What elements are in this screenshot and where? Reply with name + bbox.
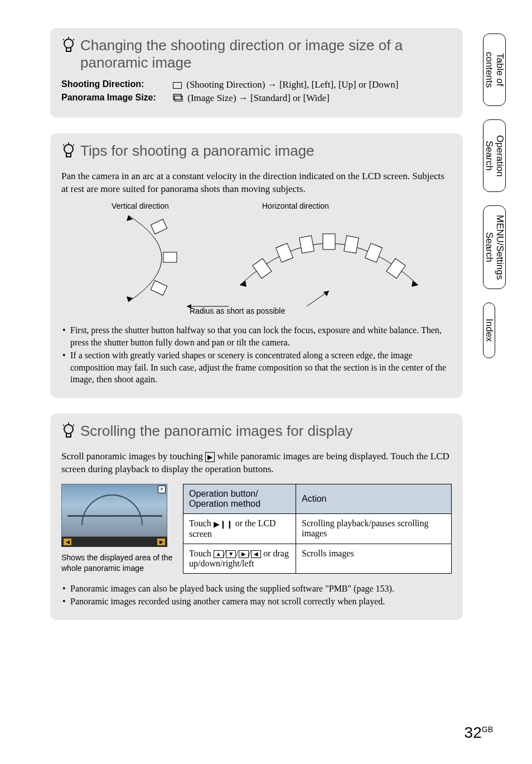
table-cell-method-2: Touch ▲/▼/▶/◀ or drag up/down/right/left	[183, 544, 296, 573]
section-title-text-2: Tips for shooting a panoramic image	[80, 142, 315, 160]
svg-marker-15	[240, 281, 246, 287]
arrow-left-key: ◀	[251, 550, 261, 558]
panorama-diagram: Vertical direction Horizontal direction …	[61, 201, 452, 319]
svg-rect-21	[344, 236, 359, 253]
page-number: 32GB	[465, 724, 493, 742]
svg-marker-25	[187, 304, 191, 309]
svg-rect-22	[365, 243, 383, 262]
tab-table-of-contents[interactable]: Table of contents	[483, 33, 506, 106]
svg-point-0	[64, 39, 73, 48]
size-icon	[173, 93, 183, 104]
scroll-right-button[interactable]: ▶	[157, 539, 165, 545]
section-tips: Tips for shooting a panoramic image Pan …	[50, 133, 463, 398]
arrow-down-key: ▼	[226, 550, 236, 558]
svg-line-9	[73, 145, 74, 146]
section-title-1: Changing the shooting direction or image…	[61, 37, 452, 71]
section-title-3: Scrolling the panoramic images for displ…	[61, 422, 452, 443]
close-icon[interactable]: ×	[158, 486, 166, 493]
direction-icon	[173, 82, 182, 89]
panorama-size-value: (Image Size) → [Standard] or [Wide]	[173, 93, 330, 104]
setting-row-direction: Shooting Direction: (Shooting Direction)…	[61, 79, 452, 90]
tips-bullet-1: First, press the shutter button halfway …	[61, 324, 452, 348]
thumbnail-caption: Shows the displayed area of the whole pa…	[61, 552, 173, 574]
scroll-intro: Scroll panoramic images by touching ▶ wh…	[61, 450, 452, 476]
svg-rect-13	[163, 252, 177, 262]
tip-icon	[61, 422, 77, 443]
tip-icon	[61, 37, 77, 57]
setting-row-size: Panorama Image Size: (Image Size) → [Sta…	[61, 93, 452, 104]
svg-point-28	[64, 425, 73, 434]
svg-line-31	[73, 425, 74, 426]
svg-rect-14	[151, 281, 167, 295]
arrow-right-icon: →	[239, 93, 248, 104]
tip-icon	[61, 142, 77, 162]
play-icon: ▶	[205, 452, 215, 462]
table-cell-action-1: Scrolling playback/pauses scrolling imag…	[296, 513, 452, 544]
section-scrolling: Scrolling the panoramic images for displ…	[50, 414, 463, 620]
scroll-bullet-1: Panoramic images can also be played back…	[61, 583, 452, 595]
panorama-thumbnail: × ◀ ▶ Shows the displayed area of the wh…	[61, 484, 173, 574]
side-navigation: Table of contents Operation Search MENU/…	[483, 33, 523, 372]
shooting-direction-value: (Shooting Direction) → [Right], [Left], …	[173, 79, 398, 90]
play-pause-icon: ▶❙❙	[214, 520, 233, 529]
table-row: Touch ▶❙❙ or the LCD screen Scrolling pl…	[183, 513, 452, 544]
svg-marker-27	[323, 291, 329, 296]
table-header-method: Operation button/ Operation method	[183, 484, 296, 513]
arrow-up-key: ▲	[214, 550, 224, 558]
scroll-left-button[interactable]: ◀	[64, 539, 71, 545]
tab-menu-settings-search[interactable]: MENU/Settings Search	[483, 205, 506, 289]
section-title-text-3: Scrolling the panoramic images for displ…	[80, 422, 352, 440]
operation-table: Operation button/ Operation method Actio…	[183, 484, 452, 574]
svg-rect-19	[299, 236, 315, 253]
section-title-text-1: Changing the shooting direction or image…	[80, 37, 452, 71]
tab-index[interactable]: Index	[483, 302, 495, 358]
svg-line-2	[63, 39, 64, 40]
table-header-action: Action	[296, 484, 452, 513]
tips-intro: Pan the camera in an arc at a constant v…	[61, 170, 452, 196]
diagram-svg	[61, 207, 452, 319]
svg-rect-17	[253, 258, 272, 278]
tips-bullets: First, press the shutter button halfway …	[61, 324, 452, 386]
tab-operation-search[interactable]: Operation Search	[483, 119, 506, 192]
scroll-bullets: Panoramic images can also be played back…	[61, 583, 452, 608]
panorama-size-label: Panorama Image Size:	[61, 93, 173, 104]
panorama-scrollbar[interactable]: ◀ ▶	[61, 537, 167, 547]
panorama-preview-image: ×	[61, 484, 167, 537]
section-changing-direction: Changing the shooting direction or image…	[50, 28, 463, 118]
arrow-right-key: ▶	[239, 550, 249, 558]
scroll-bullet-2: Panoramic images recorded using another …	[61, 595, 452, 608]
svg-marker-16	[412, 281, 418, 287]
tips-bullet-2: If a section with greatly varied shapes …	[61, 349, 452, 386]
svg-rect-20	[323, 234, 335, 249]
section-title-2: Tips for shooting a panoramic image	[61, 142, 452, 162]
shooting-direction-label: Shooting Direction:	[61, 79, 173, 90]
arrow-right-icon: →	[268, 79, 277, 90]
svg-point-6	[64, 145, 73, 153]
svg-rect-18	[276, 243, 293, 262]
svg-rect-23	[386, 258, 405, 278]
svg-line-3	[73, 39, 74, 40]
table-cell-method-1: Touch ▶❙❙ or the LCD screen	[183, 513, 296, 544]
svg-line-30	[63, 425, 64, 426]
table-row: Touch ▲/▼/▶/◀ or drag up/down/right/left…	[183, 544, 452, 573]
table-cell-action-2: Scrolls images	[296, 544, 452, 573]
svg-line-8	[63, 145, 64, 146]
svg-rect-12	[151, 219, 167, 234]
